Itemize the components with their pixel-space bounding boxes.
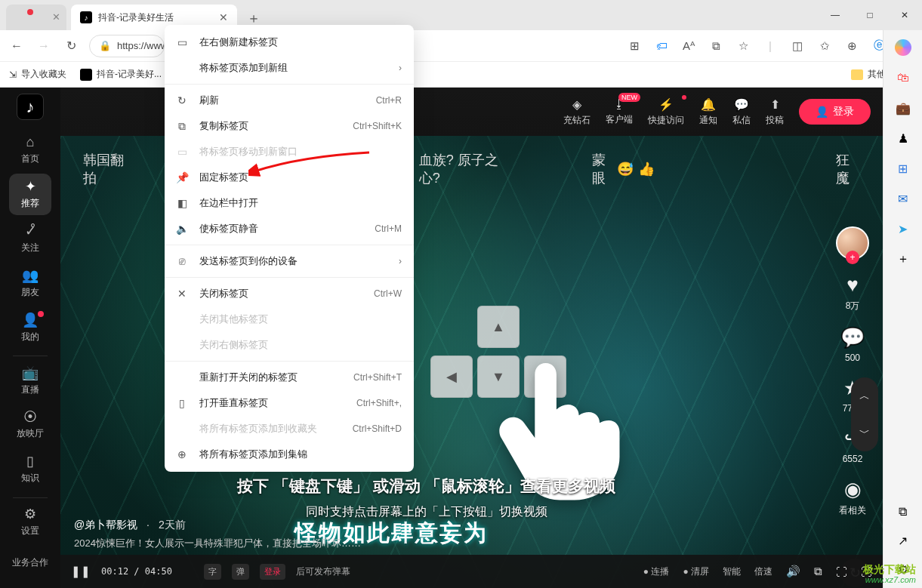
ctx-duplicate[interactable]: ⧉复制标签页Ctrl+Shift+K xyxy=(165,113,414,139)
nav-settings[interactable]: ⚙设置 xyxy=(9,500,51,542)
maximize-button[interactable]: □ xyxy=(853,0,887,30)
hdr-client[interactable]: ⭳NEW客户端 xyxy=(606,97,633,126)
person-check-icon: ✓̊ xyxy=(25,223,36,239)
divider-icon xyxy=(13,497,48,498)
hdr-fast[interactable]: ⚡快捷访问 xyxy=(648,97,684,127)
ctx-pin[interactable]: 📌固定标签页 xyxy=(165,165,414,190)
ctx-vertical[interactable]: ▯打开垂直标签页Ctrl+Shift+, xyxy=(165,390,414,416)
pause-icon[interactable]: ❚❚ xyxy=(71,565,91,578)
ctx-new-right[interactable]: ▭在右侧新建标签页 xyxy=(165,29,414,55)
danmu-chip[interactable]: 弹 xyxy=(232,564,249,580)
volume-icon[interactable]: 🔊 xyxy=(786,565,800,578)
author-row[interactable]: @弟卜帮影视 · 2天前 xyxy=(74,519,186,532)
popout-icon[interactable]: ↗ xyxy=(895,532,911,549)
nav-home[interactable]: ⌂首页 xyxy=(9,129,51,171)
time-ago: 2天前 xyxy=(159,519,186,531)
nav-mine[interactable]: 👤我的 xyxy=(9,306,51,348)
login-chip[interactable]: 登录 xyxy=(260,564,285,580)
hdr-notif[interactable]: 🔔通知 xyxy=(699,97,717,127)
new-badge: NEW xyxy=(618,93,640,102)
add-icon[interactable]: ＋ xyxy=(895,251,911,267)
hdr-label: 私信 xyxy=(732,114,751,127)
games-icon[interactable]: ♟ xyxy=(895,130,911,146)
hdr-charge[interactable]: ◈充钻石 xyxy=(563,97,591,127)
close-icon[interactable]: ✕ xyxy=(219,11,228,23)
pip-icon[interactable]: ⧉ xyxy=(814,565,822,578)
shopping-tag-icon[interactable]: 🏷 xyxy=(653,38,670,54)
login-button[interactable]: 👤登录 xyxy=(799,99,871,125)
nav-live[interactable]: 📺直播 xyxy=(9,359,51,401)
refresh-icon: ↻ xyxy=(175,94,189,107)
ctx-addall-collection[interactable]: ⊕将所有标签页添加到集锦 xyxy=(165,442,414,467)
text-size-icon[interactable]: Aᴬ xyxy=(680,38,697,54)
copilot-icon[interactable] xyxy=(895,39,911,56)
chat-icon: 💬 xyxy=(734,97,749,112)
nav-label: 推荐 xyxy=(21,197,39,210)
author-avatar[interactable]: + xyxy=(836,226,869,260)
ctx-reopen[interactable]: 重新打开关闭的标签页Ctrl+Shift+T xyxy=(165,365,414,390)
history-icon[interactable]: ⧉ xyxy=(895,503,911,520)
ctx-add-group[interactable]: 将标签页添加到新组› xyxy=(165,55,414,81)
close-button[interactable]: ✕ xyxy=(887,0,922,30)
close-icon: ✕ xyxy=(175,287,189,300)
office-icon[interactable]: ⊞ xyxy=(895,160,911,177)
import-bookmarks[interactable]: ⇲ 导入收藏夹 xyxy=(9,68,66,81)
export-icon: ⇲ xyxy=(9,69,17,80)
close-icon[interactable]: ✕ xyxy=(52,11,60,23)
star-icon[interactable]: ☆ xyxy=(735,38,751,54)
nav-follow[interactable]: ✓̊关注 xyxy=(9,218,51,260)
bookmark-douyin[interactable]: 抖音-记录美好... xyxy=(80,68,162,81)
follow-plus-icon[interactable]: + xyxy=(846,251,859,264)
time-display: 00:12 / 04:50 xyxy=(101,566,172,577)
tab-context-menu: ▭在右侧新建标签页 将标签页添加到新组› ↻刷新Ctrl+R ⧉复制标签页Ctr… xyxy=(165,25,414,472)
dot-icon: · xyxy=(146,519,150,531)
page-content: ♪ ⌂首页 ✦推荐 ✓̊关注 👥朋友 👤我的 📺直播 ⦿放映厅 ▯知识 ⚙设置 … xyxy=(0,88,883,588)
cc-chip[interactable]: 字 xyxy=(204,564,221,580)
hdr-label: 客户端 xyxy=(606,113,633,126)
tab-inactive[interactable]: ✕ xyxy=(6,5,66,30)
address-bar[interactable]: 🔒 https://www xyxy=(89,35,165,57)
collection-icon: ⊕ xyxy=(175,448,189,461)
favorite-icon[interactable]: ✩ xyxy=(816,38,833,54)
chevron-down-icon[interactable]: ﹀ xyxy=(859,426,870,440)
dy-logo-icon[interactable]: ♪ xyxy=(17,94,44,120)
like-button[interactable]: ♥8万 xyxy=(846,273,860,312)
nav-theater[interactable]: ⦿放映厅 xyxy=(9,404,51,445)
ext-grid-icon[interactable]: ⊞ xyxy=(626,38,643,54)
nav-recommend[interactable]: ✦推荐 xyxy=(9,174,51,215)
outlook-icon[interactable]: ✉ xyxy=(895,190,911,207)
back-button[interactable]: ← xyxy=(8,37,26,55)
hdr-post[interactable]: ⬆投稿 xyxy=(766,97,784,127)
watermark: 极光下载站 www.xz7.com xyxy=(863,564,916,585)
comment-button[interactable]: 💬500 xyxy=(840,326,865,363)
danmu-hint: 后可发布弹幕 xyxy=(296,565,350,578)
ctx-refresh[interactable]: ↻刷新Ctrl+R xyxy=(165,88,414,113)
chevron-up-icon[interactable]: ︿ xyxy=(859,389,870,403)
ctx-close[interactable]: ✕关闭标签页Ctrl+W xyxy=(165,281,414,306)
collections-icon[interactable]: ⊕ xyxy=(843,38,860,54)
heart-icon: ♥ xyxy=(846,273,858,297)
related-button[interactable]: ◉看相关 xyxy=(839,478,866,517)
play-circle-icon: ◉ xyxy=(844,478,862,501)
ctx-mute[interactable]: 🔈使标签页静音Ctrl+M xyxy=(165,216,414,242)
hdr-dm[interactable]: 💬私信 xyxy=(732,97,751,127)
reload-button[interactable]: ↻ xyxy=(62,37,80,55)
splitview-icon[interactable]: ◫ xyxy=(789,38,806,54)
ctx-send[interactable]: ⎚发送标签页到你的设备› xyxy=(165,248,414,274)
autoplay-toggle[interactable]: ● 连播 xyxy=(643,565,670,578)
quality-toggle[interactable]: ● 清屏 xyxy=(683,565,709,578)
briefcase-icon[interactable]: 💼 xyxy=(895,100,911,116)
nav-biz[interactable]: 业务合作 xyxy=(9,542,51,583)
nav-knowledge[interactable]: ▯知识 xyxy=(9,448,51,490)
telegram-icon[interactable]: ➤ xyxy=(895,220,911,237)
speed-label[interactable]: 倍速 xyxy=(754,565,772,578)
nav-friends[interactable]: 👥朋友 xyxy=(9,263,51,304)
login-label: 登录 xyxy=(833,105,854,119)
minimize-button[interactable]: — xyxy=(818,0,853,30)
smart-label[interactable]: 智能 xyxy=(723,565,741,578)
hdr-label: 投稿 xyxy=(766,114,784,127)
reader-icon[interactable]: ⧉ xyxy=(708,38,724,54)
wide-icon[interactable]: ⛶ xyxy=(836,565,847,578)
shopping-icon[interactable]: 🛍 xyxy=(895,69,911,86)
ctx-sidebar-open[interactable]: ◧在边栏中打开 xyxy=(165,190,414,216)
